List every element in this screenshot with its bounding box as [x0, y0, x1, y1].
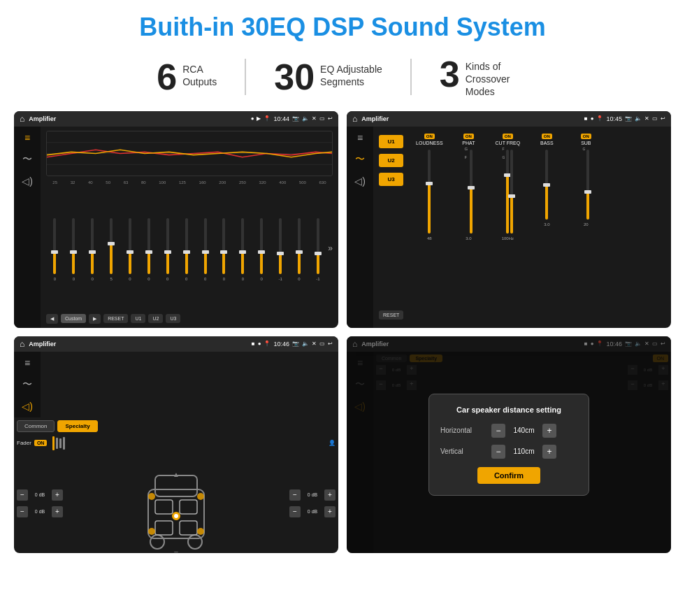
page-title: Buith-in 30EQ DSP Sound System [0, 0, 685, 50]
u3-button[interactable]: U3 [379, 173, 403, 186]
crossover-main-area: U1 U2 U3 RESET ON LOUDNESS [373, 127, 671, 328]
eq-reset-btn[interactable]: RESET [103, 314, 128, 323]
confirm-button[interactable]: Confirm [477, 467, 540, 484]
cross-icon-wave[interactable]: 〜 [355, 153, 365, 166]
bass-channel: ON BASS 3.0 [529, 134, 564, 321]
eq-app-title: Amplifier [29, 115, 246, 122]
phat-slider-g[interactable] [470, 150, 473, 234]
sub-on-badge: ON [581, 134, 591, 139]
freq-630: 630 [319, 180, 326, 185]
svg-point-17 [174, 514, 178, 518]
cross-vol: 🔈 [635, 115, 642, 122]
tab-specialty[interactable]: Specialty [57, 420, 97, 432]
cross-location: 📍 [596, 115, 603, 122]
u2-button[interactable]: U2 [379, 154, 403, 167]
vertical-plus-btn[interactable]: + [542, 445, 556, 459]
slider-4: 5 [103, 215, 120, 281]
eq-icon-wave[interactable]: 〜 [22, 153, 32, 166]
slider-6: 0 [140, 215, 157, 281]
slider-11: 0 [234, 215, 252, 281]
slider-12: 0 [253, 215, 271, 281]
cutfreq-slider2[interactable] [510, 150, 513, 234]
eq-side-icons: ≡ 〜 ◁) [14, 127, 41, 328]
phat-channel: ON PHAT GF 3.0 [451, 134, 486, 321]
spk-icon-wave[interactable]: 〜 [22, 378, 32, 391]
eq-u2-btn[interactable]: U2 [148, 314, 163, 323]
eq-u1-btn[interactable]: U1 [131, 314, 145, 323]
svg-point-6 [150, 535, 164, 549]
horizontal-row: Horizontal − 140cm + [440, 424, 577, 438]
slider-2: 0 [65, 215, 82, 281]
eq-main-area: 25 32 40 50 63 80 100 125 160 200 250 32… [41, 127, 338, 328]
spk-icon-speaker[interactable]: ◁) [22, 401, 33, 412]
spk-back: ↩ [328, 341, 333, 347]
eq-custom-btn[interactable]: Custom [61, 314, 86, 323]
speaker-time: 10:46 [273, 341, 289, 348]
u-buttons: U1 U2 U3 RESET [376, 129, 406, 325]
vertical-minus-btn[interactable]: − [491, 445, 505, 459]
sub-slider[interactable] [586, 150, 589, 220]
eq-prev-btn[interactable]: ◀ [46, 314, 58, 324]
freq-63: 63 [124, 180, 129, 185]
bass-slider[interactable] [545, 150, 548, 220]
eq-cam: 📷 [292, 115, 299, 122]
eq-content: ≡ 〜 ◁) [14, 127, 338, 328]
vol-controls-left: − 0 dB + − 0 dB + [17, 489, 63, 517]
vol-fl-plus[interactable]: + [52, 489, 63, 501]
vol-rl-plus[interactable]: + [52, 506, 63, 517]
vol-fr-minus[interactable]: − [289, 489, 301, 501]
speaker-home-icon: ⌂ [20, 339, 24, 349]
u1-button[interactable]: U1 [379, 135, 403, 148]
freq-100: 100 [159, 180, 166, 185]
speaker-status-icons: ■ ● 📍 10:46 📷 🔈 ✕ ▭ ↩ [252, 341, 333, 348]
svg-rect-9 [180, 500, 197, 514]
stat-rca-label: RCAOutputs [182, 63, 217, 88]
eq-more[interactable]: » [328, 243, 333, 253]
eq-icon-eq[interactable]: ≡ [24, 132, 30, 143]
eq-play-btn[interactable]: ▶ [89, 314, 101, 324]
cross-icon-speaker[interactable]: ◁) [354, 176, 366, 187]
eq-icon-speaker[interactable]: ◁) [22, 176, 33, 187]
person-icon: 👤 [329, 440, 336, 446]
vol-rr-plus[interactable]: + [324, 506, 336, 517]
vol-controls-right: − 0 dB + − 0 dB + [289, 489, 336, 517]
speaker-side-icons: ≡ 〜 ◁) [14, 352, 41, 417]
fader-row: Fader ON 👤 [17, 436, 336, 450]
vol-rr-minus[interactable]: − [289, 506, 301, 517]
tab-common[interactable]: Common [17, 420, 55, 432]
freq-50: 50 [106, 180, 110, 185]
cutfreq-slider1[interactable] [506, 150, 509, 234]
vol-fl-minus[interactable]: − [17, 489, 28, 501]
speaker-app-title: Amplifier [29, 341, 247, 348]
slider-8: 0 [178, 215, 195, 281]
vol-fr-plus[interactable]: + [324, 489, 336, 501]
vertical-row: Vertical − 110cm + [440, 445, 577, 459]
sub-channel: ON SUB G 20 [568, 134, 603, 321]
freq-160: 160 [199, 180, 206, 185]
horizontal-minus-btn[interactable]: − [491, 424, 505, 438]
spk-icon-eq[interactable]: ≡ [24, 357, 30, 368]
eq-back: ↩ [328, 115, 333, 122]
eq-x: ✕ [312, 115, 317, 122]
horizontal-plus-btn[interactable]: + [542, 424, 556, 438]
channel-sliders: ON LOUDNESS 48 ON PHAT [409, 129, 668, 325]
slider-15: -1 [309, 215, 326, 281]
distance-dialog: Car speaker distance setting Horizontal … [428, 394, 589, 496]
svg-rect-10 [155, 521, 173, 535]
eq-u3-btn[interactable]: U3 [166, 314, 180, 323]
vol-rl-val: 0 dB [30, 509, 50, 514]
sub-label: SUB [581, 141, 591, 145]
cross-x: ✕ [644, 115, 649, 122]
crossover-reset-btn[interactable]: RESET [379, 310, 403, 320]
crossover-home-icon: ⌂ [352, 114, 357, 124]
cross-icon-eq[interactable]: ≡ [357, 132, 363, 143]
phat-label: PHAT [462, 141, 475, 145]
speaker-tabs: Common Specialty [17, 420, 336, 432]
freq-500: 500 [299, 180, 306, 185]
loudness-slider[interactable] [428, 150, 431, 234]
vol-rl-minus[interactable]: − [17, 506, 28, 517]
svg-point-7 [188, 535, 202, 549]
spk-location: 📍 [264, 341, 271, 347]
stat-rca: 6 RCAOutputs [129, 59, 246, 95]
svg-rect-11 [180, 521, 197, 535]
